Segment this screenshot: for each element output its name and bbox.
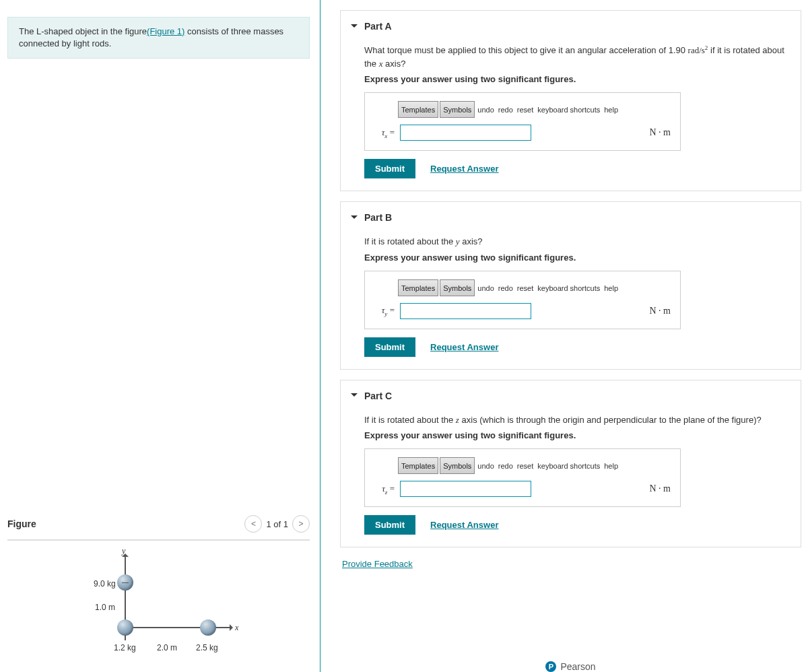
figure-prev-button[interactable]: < (244, 515, 262, 533)
symbols-button[interactable]: Symbols (440, 457, 475, 474)
part-b-title: Part B (364, 212, 392, 223)
part-a-instruction: Express your answer using two significan… (364, 74, 788, 84)
help-button[interactable]: help (603, 102, 619, 118)
problem-intro: The L-shaped object in the figure(Figure… (7, 17, 310, 59)
part-a-answer-box: Templates Symbols undo redo reset keyboa… (364, 92, 681, 151)
part-a-title: Part A (364, 21, 392, 32)
part-c-title: Part C (364, 391, 392, 401)
part-a-submit-button[interactable]: Submit (364, 159, 415, 178)
x-axis (125, 627, 232, 628)
brand-footer: P Pearson (340, 661, 801, 672)
symbols-button[interactable]: Symbols (440, 279, 475, 296)
part-b-submit-button[interactable]: Submit (364, 337, 415, 357)
part-b-prefix: τy = (374, 305, 395, 317)
part-b-unit: N · m (650, 306, 671, 316)
x-axis-label: x (235, 623, 238, 633)
part-b-request-answer-link[interactable]: Request Answer (430, 342, 498, 352)
reset-button[interactable]: reset (516, 280, 535, 296)
part-a: Part A What torque must be applied to th… (340, 10, 801, 191)
part-a-request-answer-link[interactable]: Request Answer (430, 164, 498, 174)
figure-title: Figure (7, 518, 36, 529)
y-axis (125, 554, 126, 628)
figure-pager-label: 1 of 1 (266, 519, 288, 529)
reset-button[interactable]: reset (516, 102, 535, 118)
part-c-answer-box: Templates Symbols undo redo reset keyboa… (364, 448, 681, 507)
part-b-question: If it is rotated about the y axis? (364, 235, 788, 248)
part-a-unit: N · m (650, 127, 671, 138)
mass-top-distance: 1.0 m (95, 603, 115, 612)
keyboard-shortcuts-button[interactable]: keyboard shortcuts (536, 280, 601, 296)
pane-resizer[interactable] (317, 0, 323, 672)
undo-button[interactable]: undo (476, 458, 495, 474)
keyboard-shortcuts-button[interactable]: keyboard shortcuts (536, 458, 601, 474)
part-c: Part C If it is rotated about the z axis… (340, 380, 801, 548)
pearson-logo-icon: P (545, 661, 556, 672)
part-c-submit-button[interactable]: Submit (364, 515, 415, 535)
undo-button[interactable]: undo (476, 280, 495, 296)
part-c-prefix: τz = (374, 483, 395, 496)
symbols-button[interactable]: Symbols (440, 101, 475, 118)
figure-link[interactable]: (Figure 1) (147, 26, 184, 36)
part-c-unit: N · m (650, 483, 671, 494)
part-c-question: If it is rotated about the z axis (which… (364, 413, 788, 427)
mass-top-label: 9.0 kg (94, 579, 116, 589)
redo-button[interactable]: redo (497, 458, 514, 474)
templates-button[interactable]: Templates (398, 279, 438, 296)
part-a-input[interactable] (400, 125, 531, 141)
tick-origin (125, 635, 126, 640)
help-button[interactable]: help (603, 280, 619, 296)
part-b-answer-box: Templates Symbols undo redo reset keyboa… (364, 271, 681, 329)
figure-next-button[interactable]: > (292, 515, 310, 533)
part-b-input[interactable] (400, 303, 531, 319)
collapse-icon[interactable] (351, 393, 358, 400)
reset-button[interactable]: reset (516, 458, 535, 474)
templates-button[interactable]: Templates (398, 457, 438, 474)
intro-text-before: The L-shaped object in the figure (19, 26, 147, 36)
brand-label: Pearson (560, 661, 595, 672)
part-c-instruction: Express your answer using two significan… (364, 430, 788, 440)
collapse-icon[interactable] (351, 24, 358, 31)
part-b-instruction: Express your answer using two significan… (364, 253, 788, 263)
mass-right-label: 2.5 kg (196, 643, 218, 652)
mass-origin (117, 619, 133, 636)
mass-right (200, 619, 216, 636)
mass-origin-label: 1.2 kg (114, 643, 136, 652)
templates-button[interactable]: Templates (398, 101, 438, 118)
figure-diagram: y x 9.0 kg 1.0 m 1.2 kg 2.0 m 2.5 kg (88, 554, 310, 662)
part-b: Part B If it is rotated about the y axis… (340, 201, 801, 370)
undo-button[interactable]: undo (476, 102, 495, 118)
redo-button[interactable]: redo (497, 280, 514, 296)
keyboard-shortcuts-button[interactable]: keyboard shortcuts (536, 102, 601, 118)
tick-y (122, 582, 129, 583)
part-c-request-answer-link[interactable]: Request Answer (430, 520, 498, 530)
mass-right-distance: 2.0 m (157, 643, 177, 652)
part-a-question: What torque must be applied to this obje… (364, 44, 788, 70)
redo-button[interactable]: redo (497, 102, 514, 118)
part-a-prefix: τx = (374, 127, 395, 139)
y-axis-label: y (122, 546, 125, 556)
help-button[interactable]: help (603, 458, 619, 474)
provide-feedback-link[interactable]: Provide Feedback (340, 559, 801, 569)
collapse-icon[interactable] (351, 215, 358, 222)
part-c-input[interactable] (400, 481, 531, 497)
